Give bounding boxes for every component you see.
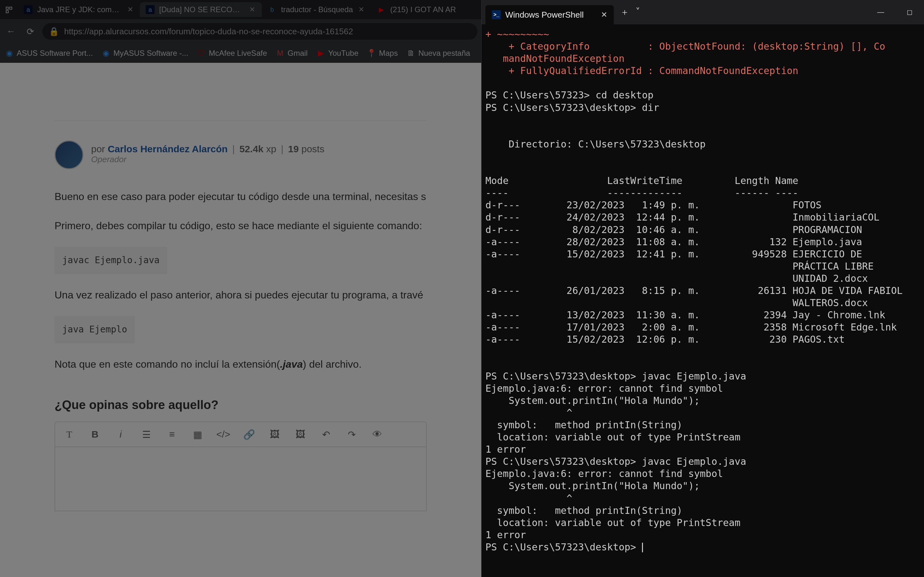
author-name[interactable]: Carlos Hernández Alarcón bbox=[108, 143, 228, 154]
bookmark-mcafee[interactable]: 🛡 McAfee LiveSafe bbox=[197, 49, 267, 58]
undo-button[interactable]: ↶ bbox=[320, 428, 333, 441]
opinion-heading: ¿Que opinas sobre aquello? bbox=[55, 398, 427, 412]
title-bar: >_ Windows PowerShell ✕ ＋ ˅ — ◻ bbox=[481, 0, 924, 24]
favicon-alura: a bbox=[24, 5, 33, 14]
terminal-output[interactable]: + ~~~~~~~~~ + CategoryInfo : ObjectNotFo… bbox=[481, 24, 924, 557]
terminal-tab[interactable]: >_ Windows PowerShell ✕ bbox=[485, 5, 614, 24]
close-icon[interactable]: ✕ bbox=[601, 10, 607, 19]
xp-label: xp bbox=[266, 143, 276, 154]
tab-title: traductor - Búsqueda bbox=[281, 5, 353, 14]
terminal-tab-title: Windows PowerShell bbox=[505, 10, 596, 20]
link-button[interactable]: 🔗 bbox=[242, 428, 255, 441]
bookmark-gmail[interactable]: M Gmail bbox=[276, 49, 308, 58]
bookmark-youtube[interactable]: ▶ YouTube bbox=[317, 49, 359, 58]
italic-button[interactable]: i bbox=[114, 428, 127, 441]
post-meta: por Carlos Hernández Alarcón | 52.4k xp … bbox=[91, 140, 325, 164]
browser-tab-3[interactable]: ▶ (215) I GOT AN AR bbox=[371, 2, 462, 17]
terminal-window: >_ Windows PowerShell ✕ ＋ ˅ — ◻ + ~~~~~~… bbox=[481, 0, 924, 577]
divider bbox=[55, 121, 427, 121]
table-button[interactable]: ▦ bbox=[191, 428, 204, 441]
code-block: java Ejemplo bbox=[55, 316, 135, 343]
tab-dropdown-button[interactable]: ˅ bbox=[636, 6, 640, 18]
svg-rect-1 bbox=[10, 7, 12, 9]
asus-icon: ◉ bbox=[102, 49, 110, 57]
lock-icon: 🔒 bbox=[49, 27, 59, 37]
youtube-icon: ▶ bbox=[317, 49, 325, 57]
browser-window: a Java JRE y JDK: compile y ✕ a [Duda] N… bbox=[0, 0, 481, 577]
tab-group-icon[interactable] bbox=[3, 3, 15, 16]
editor-toolbar: T B i ☰ ≡ ▦ </> 🔗 🖼 🖼 ↶ ↷ 👁 bbox=[55, 422, 427, 447]
close-icon[interactable]: ✕ bbox=[357, 5, 365, 14]
svg-rect-2 bbox=[6, 11, 8, 13]
bookmark-maps[interactable]: 📍 Maps bbox=[367, 49, 398, 58]
tab-controls: ＋ ˅ bbox=[614, 6, 646, 18]
mcafee-icon: 🛡 bbox=[197, 49, 206, 57]
preview-button[interactable]: 👁 bbox=[371, 428, 384, 441]
maps-icon: 📍 bbox=[367, 49, 376, 57]
page-icon: 🗎 bbox=[407, 49, 415, 57]
gmail-icon: M bbox=[276, 49, 284, 57]
browser-tab-2[interactable]: b traductor - Búsqueda ✕ bbox=[262, 2, 371, 17]
favicon-bing: b bbox=[268, 5, 276, 14]
url-input[interactable]: 🔒 https://app.aluracursos.com/forum/topi… bbox=[42, 23, 477, 40]
favicon-alura: a bbox=[145, 5, 155, 14]
back-button[interactable]: ← bbox=[4, 24, 18, 39]
code-button[interactable]: </> bbox=[217, 428, 230, 441]
image-button[interactable]: 🖼 bbox=[268, 428, 281, 441]
close-icon[interactable]: ✕ bbox=[126, 5, 134, 14]
redo-button[interactable]: ↷ bbox=[345, 428, 358, 441]
post-header: por Carlos Hernández Alarcón | 52.4k xp … bbox=[55, 140, 427, 169]
image-upload-button[interactable]: 🖼 bbox=[294, 428, 307, 441]
refresh-button[interactable]: ⟳ bbox=[23, 24, 37, 39]
bookmarks-bar: ◉ ASUS Software Port... ◉ MyASUS Softwar… bbox=[0, 44, 481, 63]
maximize-button[interactable]: ◻ bbox=[895, 0, 924, 24]
paragraph: Nota que en este comando no incluí la ex… bbox=[55, 356, 427, 372]
code-block: javac Ejemplo.java bbox=[55, 247, 167, 274]
list-ul-button[interactable]: ☰ bbox=[140, 428, 153, 441]
paragraph: Una vez realizado el paso anterior, ahor… bbox=[55, 287, 427, 303]
posts-value: 19 bbox=[288, 143, 299, 154]
paragraph: Bueno en ese caso para poder ejecutar tu… bbox=[55, 189, 427, 205]
xp-value: 52.4k bbox=[239, 143, 263, 154]
minimize-button[interactable]: — bbox=[866, 0, 895, 24]
tab-bar: a Java JRE y JDK: compile y ✕ a [Duda] N… bbox=[0, 0, 481, 19]
post-body: Bueno en ese caso para poder ejecutar tu… bbox=[55, 189, 427, 372]
svg-rect-0 bbox=[6, 7, 8, 9]
browser-tab-1[interactable]: a [Duda] NO SE RECONOC ✕ bbox=[140, 2, 262, 17]
bold-button[interactable]: B bbox=[89, 428, 102, 441]
new-tab-button[interactable]: ＋ bbox=[620, 6, 629, 18]
paragraph: Primero, debes compilar tu código, esto … bbox=[55, 218, 427, 234]
bookmark-newtab[interactable]: 🗎 Nueva pestaña bbox=[407, 49, 470, 58]
asus-icon: ◉ bbox=[5, 49, 13, 57]
editor-textarea[interactable] bbox=[55, 447, 427, 511]
browser-tab-0[interactable]: a Java JRE y JDK: compile y ✕ bbox=[18, 2, 140, 17]
address-bar: ← ⟳ 🔒 https://app.aluracursos.com/forum/… bbox=[0, 19, 481, 44]
author-role: Operador bbox=[91, 155, 325, 164]
author-prefix: por bbox=[91, 143, 108, 154]
favicon-youtube: ▶ bbox=[376, 5, 386, 14]
tab-title: [Duda] NO SE RECONOC bbox=[159, 5, 244, 14]
avatar[interactable] bbox=[55, 140, 83, 169]
window-controls: — ◻ bbox=[866, 0, 924, 24]
posts-label: posts bbox=[302, 143, 325, 154]
tab-title: Java JRE y JDK: compile y bbox=[37, 5, 122, 14]
url-text: https://app.aluracursos.com/forum/topico… bbox=[64, 27, 353, 37]
cursor bbox=[642, 543, 643, 552]
tab-title: (215) I GOT AN AR bbox=[390, 5, 456, 14]
forum-content: por Carlos Hernández Alarcón | 52.4k xp … bbox=[0, 63, 481, 577]
heading-button[interactable]: T bbox=[63, 428, 76, 441]
powershell-icon: >_ bbox=[492, 10, 501, 19]
close-icon[interactable]: ✕ bbox=[248, 5, 256, 14]
list-ol-button[interactable]: ≡ bbox=[166, 428, 178, 441]
bookmark-myasus[interactable]: ◉ MyASUS Software -... bbox=[102, 49, 188, 58]
bookmark-asus-portal[interactable]: ◉ ASUS Software Port... bbox=[5, 49, 93, 58]
